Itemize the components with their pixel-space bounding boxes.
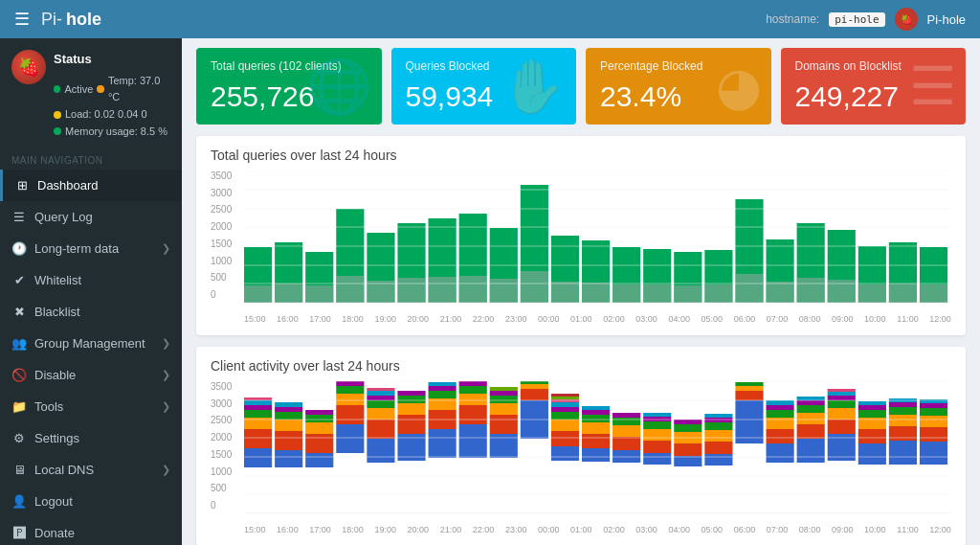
svg-rect-59 [244, 400, 272, 405]
sidebar-item-dashboard[interactable]: ⊞ Dashboard [0, 170, 182, 201]
svg-rect-126 [612, 437, 640, 450]
svg-rect-127 [612, 425, 640, 437]
svg-rect-73 [336, 405, 364, 424]
svg-rect-80 [367, 400, 394, 408]
svg-rect-1 [244, 285, 272, 303]
local-dns-icon: 🖥 [11, 463, 27, 477]
svg-rect-177 [889, 426, 917, 441]
svg-rect-43 [889, 284, 917, 303]
svg-rect-131 [643, 441, 671, 453]
svg-rect-39 [828, 280, 856, 303]
svg-rect-87 [397, 396, 425, 403]
svg-rect-78 [367, 420, 394, 439]
svg-rect-75 [336, 386, 364, 394]
svg-rect-83 [367, 388, 394, 391]
svg-rect-11 [397, 278, 425, 303]
pie-chart-icon: ◕ [716, 56, 762, 117]
svg-rect-23 [582, 283, 610, 303]
svg-rect-109 [521, 381, 548, 384]
svg-rect-97 [459, 394, 487, 405]
svg-rect-64 [275, 412, 302, 420]
svg-rect-9 [367, 281, 394, 303]
brand-hole: hole [66, 10, 101, 30]
sidebar-item-label: Dashboard [37, 178, 99, 193]
group-icon: 👥 [11, 336, 27, 351]
sidebar-status: 🍓 Status Active Temp: 37.0 °C Load: 0.02… [0, 38, 182, 148]
client-activity-chart-panel: Client activity over last 24 hours 3500 … [196, 347, 966, 545]
client-x-axis-labels: 15:00 16:00 17:00 18:00 19:00 20:00 21:0… [244, 525, 951, 534]
svg-rect-62 [275, 431, 302, 450]
svg-rect-66 [275, 402, 302, 407]
total-queries-chart-title: Total queries over last 24 hours [211, 148, 951, 163]
svg-rect-58 [244, 405, 272, 410]
brand-pi: Pi- [41, 10, 62, 30]
sidebar-item-long-term-data[interactable]: 🕐 Long-term data ❯ [0, 233, 182, 264]
svg-rect-101 [490, 415, 518, 434]
svg-rect-187 [920, 399, 947, 403]
svg-rect-88 [397, 391, 425, 396]
svg-rect-186 [920, 403, 947, 408]
svg-rect-95 [459, 424, 487, 458]
svg-rect-35 [766, 282, 793, 303]
svg-rect-120 [582, 434, 610, 448]
svg-rect-105 [490, 387, 518, 391]
svg-rect-45 [920, 284, 947, 303]
sidebar-item-whitelist[interactable]: ✔ Whitelist [0, 264, 182, 296]
status-active-row: Active Temp: 37.0 °C [54, 73, 170, 106]
long-term-icon: 🕐 [11, 241, 27, 256]
sidebar-item-disable[interactable]: 🚫 Disable ❯ [0, 359, 182, 391]
svg-rect-143 [704, 430, 732, 442]
sidebar-item-blacklist[interactable]: ✖ Blacklist [0, 296, 182, 328]
svg-rect-159 [797, 413, 825, 424]
svg-rect-81 [367, 396, 394, 400]
svg-rect-92 [429, 391, 457, 398]
sidebar-item-group-management[interactable]: 👥 Group Management ❯ [0, 328, 182, 359]
svg-rect-183 [920, 427, 947, 442]
sidebar-item-label: Long-term data [34, 241, 119, 256]
sidebar-item-donate[interactable]: 🅿 Donate [0, 517, 182, 545]
svg-rect-137 [674, 443, 702, 456]
svg-rect-33 [735, 274, 763, 303]
svg-rect-149 [735, 386, 763, 391]
sidebar-item-logout[interactable]: 👤 Logout [0, 486, 182, 517]
sidebar-item-query-log[interactable]: ☰ Query Log [0, 201, 182, 233]
svg-rect-182 [920, 442, 947, 465]
hamburger-icon[interactable]: ☰ [14, 9, 30, 30]
svg-rect-161 [797, 400, 825, 405]
tools-icon: 📁 [11, 399, 27, 414]
svg-rect-162 [797, 397, 825, 400]
sidebar-item-label: Blacklist [34, 305, 80, 319]
svg-rect-98 [459, 386, 487, 394]
svg-rect-129 [612, 413, 640, 418]
svg-rect-134 [643, 417, 671, 421]
svg-rect-118 [551, 394, 579, 397]
svg-rect-178 [889, 415, 917, 426]
status-info: Status Active Temp: 37.0 °C Load: 0.02 0… [54, 50, 170, 140]
sidebar-item-settings[interactable]: ⚙ Settings [0, 422, 182, 454]
svg-rect-124 [582, 406, 610, 410]
svg-rect-139 [674, 424, 702, 432]
brand-logo: Pi-hole [41, 10, 101, 30]
main-content: Total queries (102 clients) 255,726 🌐 Qu… [182, 38, 980, 545]
svg-rect-108 [521, 384, 548, 389]
memory-row: Memory usage: 8.5 % [54, 124, 170, 141]
svg-rect-157 [797, 439, 825, 463]
donate-icon: 🅿 [11, 526, 27, 540]
raspberry-icon: 🍓 [895, 8, 918, 31]
svg-rect-17 [490, 279, 518, 303]
settings-icon: ⚙ [11, 431, 27, 445]
sidebar-item-tools[interactable]: 📁 Tools ❯ [0, 391, 182, 422]
load-dot [54, 111, 61, 119]
list-icon: ☰ [909, 56, 956, 117]
chevron-right-icon: ❯ [162, 242, 170, 255]
chevron-right-icon: ❯ [162, 464, 170, 476]
svg-rect-13 [429, 277, 457, 303]
svg-rect-144 [704, 422, 732, 430]
svg-rect-93 [429, 386, 457, 391]
sidebar-item-local-dns[interactable]: 🖥 Local DNS ❯ [0, 454, 182, 486]
temp-dot [97, 85, 103, 93]
x-axis-labels: 15:00 16:00 17:00 18:00 19:00 20:00 21:0… [244, 314, 951, 324]
status-title: Status [54, 50, 170, 70]
svg-rect-69 [305, 422, 333, 434]
svg-rect-165 [828, 408, 856, 420]
